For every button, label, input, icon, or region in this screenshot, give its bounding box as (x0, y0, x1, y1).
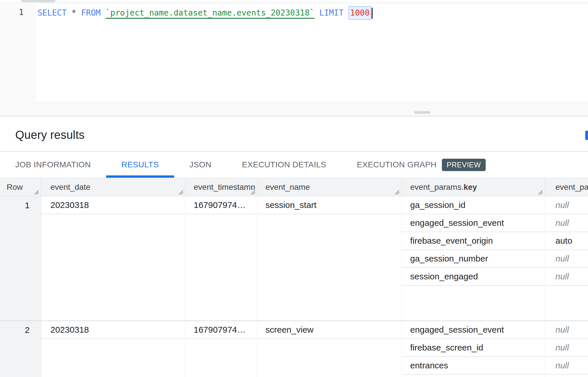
param-value-cell: null (545, 321, 588, 339)
row-number-cell: 1 (0, 196, 41, 321)
table-row: 220230318167907974…screen_viewengaged_se… (0, 321, 588, 377)
column-resize-handle[interactable] (178, 190, 184, 195)
event-name-cell-spacer (258, 339, 402, 377)
event-timestamp-cell: 167907974… (186, 321, 258, 339)
query-results-title: Query results (15, 128, 84, 141)
column-header-event-date: event_date (41, 178, 186, 196)
event-date-cell: 20230318 (41, 196, 186, 214)
sql-code-line[interactable]: SELECT*FROM`project_name.dataset_name.ev… (37, 6, 373, 20)
event-timestamp-cell-spacer (186, 214, 258, 321)
column-header-event-timestamp: event_timestamp (186, 178, 258, 196)
event-timestamp-cell-spacer (186, 339, 258, 377)
keyword-from: FROM (81, 8, 101, 18)
keyword-select: SELECT (37, 8, 67, 18)
param-key-cell: entrances (402, 357, 545, 375)
table-row: 120230318167907974…session_startga_sessi… (0, 196, 588, 321)
splitter-drag-handle[interactable] (414, 111, 430, 114)
param-value-spacer (545, 286, 588, 321)
column-resize-handle[interactable] (250, 190, 256, 195)
column-resize-handle[interactable] (538, 190, 543, 195)
tab-execution-details[interactable]: EXECUTION DETAILS (227, 152, 342, 178)
table-reference-link[interactable]: `project_name.dataset_name.events_202303… (105, 8, 314, 19)
results-table-body: 120230318167907974…session_startga_sessi… (0, 196, 588, 377)
column-header-row: Row (0, 178, 41, 196)
event-date-cell-spacer (41, 214, 186, 321)
param-key-cell: ga_session_number (402, 250, 545, 268)
tab-job-information[interactable]: JOB INFORMATION (0, 152, 106, 178)
param-value-cell: null (545, 268, 588, 286)
top-strip (0, 0, 588, 3)
param-value-cell: auto (545, 232, 588, 250)
bigquery-console: 1 SELECT*FROM`project_name.dataset_name.… (0, 0, 588, 377)
results-table: Row event_date event_timestamp event_nam… (0, 178, 588, 377)
tab-results[interactable]: RESULTS (106, 152, 174, 178)
tab-execution-graph[interactable]: EXECUTION GRAPH PREVIEW (342, 152, 501, 178)
pane-splitter[interactable] (0, 101, 588, 116)
limit-value-selected: 1000 (348, 6, 371, 20)
param-value-spacer (545, 375, 588, 377)
operator-star: * (71, 8, 76, 18)
event-name-cell: session_start (258, 196, 402, 214)
tab-json[interactable]: JSON (174, 152, 227, 178)
param-key-cell: firebase_event_origin (402, 232, 545, 250)
text-cursor (372, 8, 373, 19)
column-header-event-params-value: event_pa (545, 178, 588, 196)
event-name-cell-spacer (258, 214, 402, 321)
event-date-cell: 20230318 (41, 321, 186, 339)
param-value-cell: null (545, 196, 588, 214)
param-key-cell: engaged_session_event (402, 214, 545, 232)
save-results-icon[interactable] (585, 131, 588, 140)
results-tab-bar: JOB INFORMATION RESULTS JSON EXECUTION D… (0, 152, 588, 178)
param-key-cell: session_engaged (402, 268, 545, 286)
event-name-cell: screen_view (258, 321, 402, 339)
preview-badge: PREVIEW (442, 159, 486, 171)
param-key-cell: engaged_session_event (402, 321, 545, 339)
param-key-spacer (402, 286, 545, 321)
param-key-cell: ga_session_id (402, 196, 545, 214)
active-tab-underline (106, 175, 174, 178)
column-resize-handle[interactable] (34, 190, 39, 195)
param-value-cell: null (545, 214, 588, 232)
column-header-event-params-key: event_params.key (402, 178, 545, 196)
keyword-limit: LIMIT (319, 8, 344, 18)
event-timestamp-cell: 167907974… (186, 196, 258, 214)
results-table-header: Row event_date event_timestamp event_nam… (0, 178, 588, 196)
editor-tab-remnant (21, 0, 56, 2)
sql-editor[interactable]: 1 SELECT*FROM`project_name.dataset_name.… (0, 4, 588, 101)
param-key-spacer (402, 375, 545, 377)
column-header-event-name: event_name (258, 178, 402, 196)
param-value-cell: null (545, 250, 588, 268)
event-date-cell-spacer (41, 339, 186, 377)
param-key-cell: firebase_screen_id (402, 339, 545, 357)
line-number: 1 (0, 6, 24, 19)
column-resize-handle[interactable] (394, 190, 400, 195)
row-number-cell: 2 (0, 321, 41, 377)
param-value-cell: null (545, 339, 588, 357)
query-results-header: Query results (0, 116, 588, 152)
param-value-cell: null (545, 357, 588, 375)
